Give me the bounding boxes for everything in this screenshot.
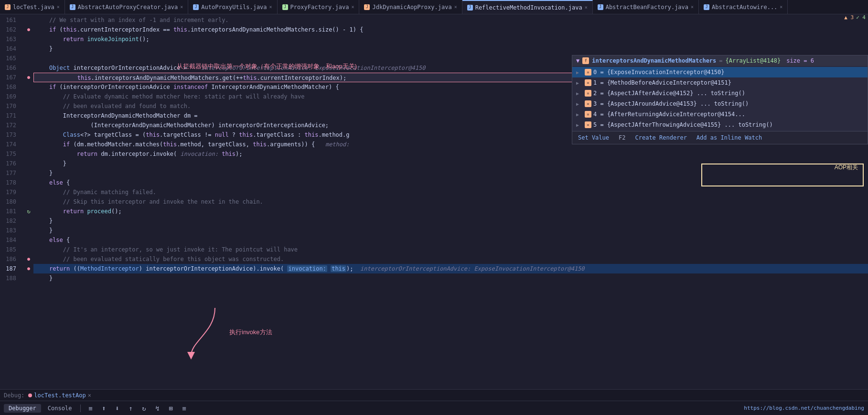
expand-icon: ▼ xyxy=(576,57,579,64)
line-num-166: 166 xyxy=(0,63,20,73)
tab-label-abstractbeanfactory: AbstractBeanFactory.java xyxy=(606,4,688,11)
tab-icon-loctest: J xyxy=(5,4,11,10)
toolbar-grid-btn[interactable]: ⊞ xyxy=(165,403,176,414)
code-line-177[interactable]: } xyxy=(33,168,868,178)
code-line-183[interactable]: } xyxy=(33,226,868,235)
tab-close-abstractautoproxycreator[interactable]: × xyxy=(180,4,183,10)
line-num-187: 187 xyxy=(0,264,20,273)
item-icon-5: = xyxy=(585,121,591,128)
code-line-179[interactable]: // Dynamic matching failed. xyxy=(33,187,868,197)
gutter-164 xyxy=(24,44,33,54)
toolbar-extra-btn[interactable]: ≡ xyxy=(178,403,190,414)
line-num-188: 188 xyxy=(0,273,20,283)
gutter-180 xyxy=(24,197,33,207)
item-expand-5: ▶ xyxy=(576,122,583,128)
toolbar-refresh-btn[interactable]: ↻ xyxy=(138,403,150,414)
item-text-5: 5 = {AspectJAfterThrowingAdvice@4155} ..… xyxy=(593,121,773,128)
tab-autoproxyutils[interactable]: JAutoProxyUtils.java× xyxy=(188,0,277,14)
toolbar-up-btn[interactable]: ⬆ xyxy=(98,403,109,414)
gutter-165 xyxy=(24,54,33,63)
line-num-184: 184 xyxy=(0,235,20,245)
gutter-163 xyxy=(24,34,33,44)
gutter: ●●↻●● xyxy=(24,14,33,389)
code-line-185[interactable]: // It's an interceptor, so we just invok… xyxy=(33,245,868,254)
gutter-167: ● xyxy=(24,73,33,82)
toolbar-down-btn[interactable]: ⬇ xyxy=(111,403,123,414)
editor-container: 1611621631641651661671681691701711721731… xyxy=(0,14,868,389)
popup-size: size = 6 xyxy=(786,57,814,64)
create-renderer-action[interactable]: Create Renderer xyxy=(635,134,686,141)
code-line-186[interactable]: // been evaluated statically before this… xyxy=(33,254,868,264)
popup-item-0[interactable]: ▶=0 = {ExposeInvocationInterceptor@4150} xyxy=(572,67,868,77)
toolbar-stop-btn[interactable]: ↯ xyxy=(151,403,163,414)
set-value-action[interactable]: Set Value xyxy=(578,134,609,141)
popup-val: {ArrayList@4148} xyxy=(726,57,781,64)
code-line-176[interactable]: } xyxy=(33,159,868,168)
item-icon-4: = xyxy=(585,111,591,118)
code-line-180[interactable]: // Skip this interceptor and invoke the … xyxy=(33,197,868,207)
code-line-182[interactable]: } xyxy=(33,216,868,226)
tab-close-abstractautowire[interactable]: × xyxy=(780,4,782,10)
gutter-174 xyxy=(24,140,33,149)
line-num-177: 177 xyxy=(0,168,20,178)
item-expand-0: ▶ xyxy=(576,70,583,75)
gutter-169 xyxy=(24,92,33,101)
debug-bar: Debug: locTest.testAop × xyxy=(0,389,868,401)
popup-item-3[interactable]: ▶=3 = {AspectJAroundAdvice@4153} ... toS… xyxy=(572,98,868,109)
tab-icon-autoproxyutils: J xyxy=(193,4,199,10)
tab-icon-proxyfactory: J xyxy=(282,4,288,10)
tab-close-loctest[interactable]: × xyxy=(57,4,60,10)
code-area: 1611621631641651661671681691701711721731… xyxy=(0,14,868,389)
gutter-175 xyxy=(24,149,33,159)
gutter-185 xyxy=(24,245,33,254)
code-line-162[interactable]: if (this.currentInterceptorIndex == this… xyxy=(33,25,868,34)
debug-session-close[interactable]: × xyxy=(88,392,91,399)
tab-debugger[interactable]: Debugger xyxy=(4,404,41,413)
gutter-186: ● xyxy=(24,254,33,264)
tab-close-abstractbeanfactory[interactable]: × xyxy=(691,4,694,10)
tab-abstractbeanfactory[interactable]: JAbstractBeanFactory.java× xyxy=(593,0,699,14)
tab-reflectivemethodinvocation[interactable]: JReflectiveMethodInvocation.java× xyxy=(462,0,593,14)
popup-item-1[interactable]: ▶=1 = {MethodBeforeAdviceInterceptor@415… xyxy=(572,77,868,88)
tab-jdkdynamicaopproxy[interactable]: JJdkDynamicAopProxy.java× xyxy=(359,0,462,14)
popup-item-4[interactable]: ▶=4 = {AfterReturningAdviceInterceptor@4… xyxy=(572,109,868,120)
toolbar-step-over-btn[interactable]: ↑ xyxy=(125,403,136,414)
code-line-187[interactable]: return ((MethodInterceptor) interceptorO… xyxy=(33,264,868,273)
item-text-3: 3 = {AspectJAroundAdvice@4153} ... toStr… xyxy=(593,100,749,107)
code-line-163[interactable]: return invokeJoinpoint(); xyxy=(33,34,868,44)
code-line-175[interactable]: return dm.interceptor.invoke( invocation… xyxy=(33,149,868,159)
tab-proxyfactory[interactable]: JProxyFactory.java× xyxy=(278,0,360,14)
add-inline-watch-action[interactable]: Add as Inline Watch xyxy=(697,134,762,141)
line-num-173: 173 xyxy=(0,130,20,140)
tab-abstractautoproxycreator[interactable]: JAbstractAutoProxyCreator.java× xyxy=(65,0,189,14)
toolbar-menu-btn[interactable]: ≡ xyxy=(85,403,96,414)
popup-icon: f xyxy=(582,57,589,64)
debug-popup[interactable]: ▼ f interceptorsAndDynamicMethodMatchers… xyxy=(572,55,868,144)
line-num-178: 178 xyxy=(0,178,20,187)
code-line-188[interactable]: } xyxy=(33,273,868,283)
tab-abstractautowire[interactable]: JAbstractAutowire...× xyxy=(699,0,788,14)
item-text-4: 4 = {AfterReturningAdviceInterceptor@415… xyxy=(593,111,745,118)
popup-item-2[interactable]: ▶=2 = {AspectJAfterAdvice@4152} ... toSt… xyxy=(572,88,868,98)
tab-close-reflectivemethodinvocation[interactable]: × xyxy=(585,5,588,10)
code-line-161[interactable]: // We start with an index of -1 and incr… xyxy=(33,15,868,25)
tab-label-abstractautoproxycreator: AbstractAutoProxyCreator.java xyxy=(78,4,178,11)
debug-session[interactable]: locTest.testAop × xyxy=(28,392,91,399)
tab-label-jdkdynamicaopproxy: JdkDynamicAopProxy.java xyxy=(372,4,451,11)
tab-close-jdkdynamicaopproxy[interactable]: × xyxy=(454,4,457,10)
popup-item-5[interactable]: ▶=5 = {AspectJAfterThrowingAdvice@4155} … xyxy=(572,120,868,130)
code-line-181[interactable]: return proceed(); xyxy=(33,207,868,216)
gutter-178 xyxy=(24,178,33,187)
line-num-167: 167 xyxy=(0,73,20,82)
tab-loctest[interactable]: JlocTest.java× xyxy=(0,0,65,14)
gutter-176 xyxy=(24,159,33,168)
tab-close-proxyfactory[interactable]: × xyxy=(351,4,354,10)
code-line-164[interactable]: } xyxy=(33,44,868,54)
aop-label: AOP相关 xyxy=(835,164,858,172)
tab-close-autoproxyutils[interactable]: × xyxy=(269,4,272,10)
code-line-178[interactable]: else { xyxy=(33,178,868,187)
code-line-184[interactable]: else { xyxy=(33,235,868,245)
debug-session-name: locTest.testAop xyxy=(34,392,86,399)
tab-console[interactable]: Console xyxy=(43,404,77,413)
item-icon-1: = xyxy=(585,79,591,86)
